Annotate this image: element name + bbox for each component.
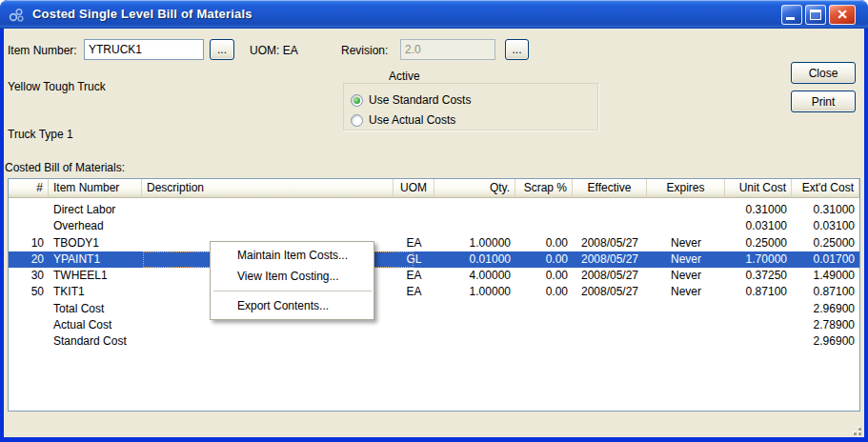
table-row[interactable]: 10TBODY1EA1.000000.002008/05/27Never0.25… [9,235,859,251]
table-cell [434,202,515,218]
column-header[interactable]: Effective [573,179,647,197]
bom-header: #Item NumberDescriptionUOMQty.Scrap %Eff… [9,179,859,198]
close-window-button[interactable]: ✕ [829,5,856,25]
table-cell [647,301,725,317]
table-cell [647,317,725,333]
table-cell: GL [394,251,434,268]
table-cell [515,301,573,317]
column-header[interactable]: Item Number [49,179,142,197]
table-cell [394,333,434,350]
table-cell: Total Cost [49,301,142,317]
table-cell [434,317,515,333]
print-button[interactable]: Print [791,90,856,112]
table-row[interactable]: Actual Cost2.78900 [9,317,859,333]
radio-icon[interactable] [351,114,363,127]
menu-item[interactable]: View Item Costing... [211,266,373,287]
table-row[interactable]: Standard Cost2.96900 [9,333,859,350]
table-cell [573,317,647,333]
menu-item[interactable]: Export Contents... [211,295,373,316]
radio-icon[interactable] [351,94,363,107]
minimize-button[interactable] [781,5,802,25]
table-cell [573,218,647,234]
table-cell: Actual Cost [49,317,142,333]
table-cell: TWHEEL1 [49,268,142,284]
table-cell: TKIT1 [49,284,142,300]
item-type-label: Truck Type 1 [8,128,73,141]
table-cell: 2.96900 [792,333,859,350]
table-cell [725,301,792,317]
table-cell [515,333,573,350]
window: Costed Single Level Bill of Materials ✕ … [0,0,868,442]
table-cell [142,218,394,234]
column-header[interactable]: # [9,179,49,197]
uom-label: UOM: EA [250,44,298,57]
table-cell: 2008/05/27 [573,235,647,251]
table-cell: 0.03100 [725,218,792,234]
table-cell: YPAINT1 [49,251,142,268]
item-description-label: Yellow Tough Truck [8,80,106,93]
table-cell: 0.03100 [792,218,859,234]
table-cell: 20 [9,251,49,268]
column-header[interactable]: Expires [647,179,725,197]
table-cell: 2008/05/27 [573,268,647,284]
column-header[interactable]: Scrap % [515,179,573,197]
table-cell: 2.96900 [792,301,859,317]
table-cell [394,202,434,218]
table-cell: 0.37250 [725,268,792,284]
bom-body: Direct Labor0.310000.31000Overhead0.0310… [9,198,859,411]
table-cell: 1.49000 [792,268,859,284]
column-header[interactable]: UOM [394,179,434,197]
table-cell [142,333,394,350]
table-row[interactable]: Overhead0.031000.03100 [9,218,859,234]
table-cell: EA [394,268,434,284]
item-number-input[interactable] [84,39,204,60]
table-cell [515,317,573,333]
table-cell [434,301,515,317]
resize-grip[interactable] [849,423,861,435]
column-header[interactable]: Ext'd Cost [792,179,859,197]
table-row[interactable]: 50TKIT1EA1.000000.002008/05/27Never0.871… [9,284,859,300]
column-header[interactable]: Qty. [434,179,515,197]
menu-item[interactable]: Maintain Item Costs... [211,245,373,266]
table-cell: 2008/05/27 [573,284,647,300]
table-row[interactable]: 30TWHEEL1EA4.000000.002008/05/27Never0.3… [9,268,859,284]
bom-caption: Costed Bill of Materials: [5,161,125,174]
table-cell: Never [647,235,725,251]
table-cell: 1.00000 [434,284,515,300]
table-cell: 10 [9,235,49,251]
table-cell [9,301,49,317]
titlebar[interactable]: Costed Single Level Bill of Materials ✕ [0,0,868,29]
revision-input[interactable] [400,39,495,60]
column-header[interactable]: Unit Cost [725,179,792,197]
table-cell: 2008/05/27 [573,251,647,268]
menu-separator [213,291,372,291]
table-cell: 0.00 [515,284,573,300]
table-cell: 1.00000 [434,235,515,251]
radio-label: Use Actual Costs [369,113,455,127]
revision-label: Revision: [341,44,388,57]
revision-browse-button[interactable]: ... [505,39,529,60]
use-standard-costs-option[interactable]: Use Standard Costs [351,92,471,108]
table-row[interactable]: Direct Labor0.310000.31000 [9,202,859,218]
table-row[interactable]: 20YPAINT1GL0.010000.002008/05/27Never1.7… [9,251,859,268]
table-cell [647,202,725,218]
table-cell [9,317,49,333]
table-cell [725,317,792,333]
context-menu: Maintain Item Costs...View Item Costing.… [210,241,374,320]
table-cell [9,202,49,218]
table-cell: 30 [9,268,49,284]
table-cell [573,301,647,317]
column-header[interactable]: Description [142,179,394,197]
item-number-browse-button[interactable]: ... [210,39,234,60]
table-cell [9,333,49,350]
use-actual-costs-option[interactable]: Use Actual Costs [351,112,455,128]
close-button[interactable]: Close [791,62,856,84]
table-cell [515,202,573,218]
maximize-button[interactable] [805,5,826,25]
table-cell [647,218,725,234]
table-cell [142,202,394,218]
table-cell [434,333,515,350]
table-cell [725,333,792,350]
table-cell: 0.25000 [792,235,859,251]
table-row[interactable]: Total Cost2.96900 [9,301,859,317]
